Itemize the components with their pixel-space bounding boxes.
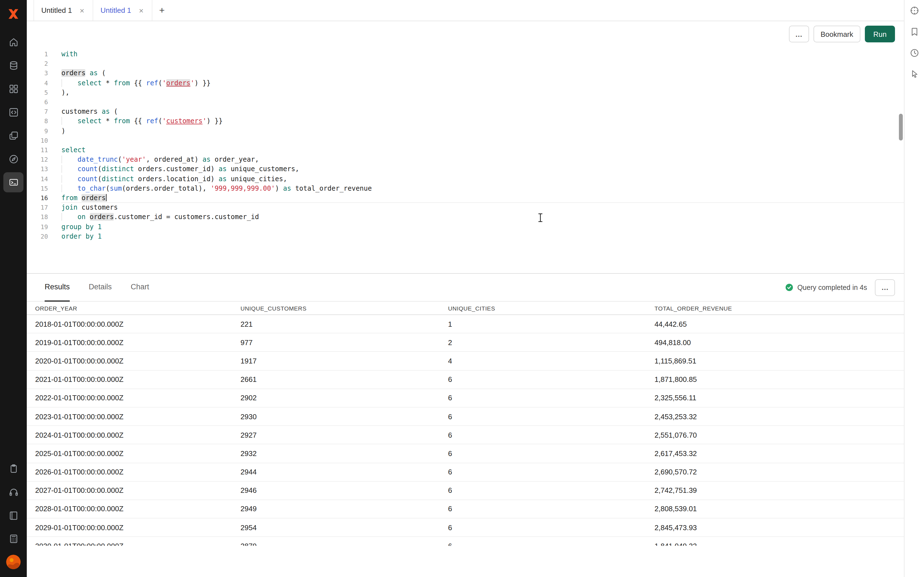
code-line[interactable]: 2 [27, 59, 904, 69]
line-number: 3 [27, 69, 48, 78]
results-more-button[interactable]: … [875, 279, 895, 296]
code-line[interactable]: 9) [27, 126, 904, 136]
table-cell: 1,871,800.85 [646, 375, 904, 384]
editor-tab[interactable]: Untitled 1× [34, 0, 93, 21]
code-line[interactable]: 7customers as ( [27, 107, 904, 116]
table-cell: 2932 [232, 449, 440, 458]
code-line[interactable]: 16from orders [27, 193, 904, 203]
more-actions-button[interactable]: … [789, 26, 809, 42]
bookmark-icon[interactable] [907, 24, 921, 39]
line-number: 15 [27, 184, 48, 193]
left-sidebar [0, 0, 27, 577]
code-line[interactable]: 11select [27, 145, 904, 155]
table-row[interactable]: 2027-01-01T00:00:00.000Z294662,742,751.3… [27, 481, 904, 500]
code-line[interactable]: 12 date_trunc('year', ordered_at) as ord… [27, 155, 904, 164]
results-table-body: 2018-01-01T00:00:00.000Z221144,442.65201… [27, 315, 904, 546]
table-cell: 1917 [232, 357, 440, 365]
database-icon[interactable] [3, 55, 23, 75]
table-row[interactable]: 2024-01-01T00:00:00.000Z292762,551,076.7… [27, 426, 904, 444]
code-line-content: select * from {{ ref('orders') }} [61, 78, 904, 88]
app-logo[interactable] [4, 5, 23, 23]
editor-scrollbar-thumb[interactable] [899, 114, 903, 140]
tab-close-icon[interactable]: × [79, 5, 86, 15]
calculator-icon[interactable] [3, 529, 23, 548]
code-line[interactable]: 4 select * from {{ ref('orders') }} [27, 78, 904, 88]
table-row[interactable]: 2021-01-01T00:00:00.000Z266161,871,800.8… [27, 371, 904, 389]
code-line[interactable]: 14 count(distinct orders.location_id) as… [27, 174, 904, 184]
code-line[interactable]: 3orders as ( [27, 69, 904, 78]
clipboard-icon[interactable] [3, 458, 23, 478]
table-row[interactable]: 2019-01-01T00:00:00.000Z9772494,818.00 [27, 334, 904, 352]
code-line[interactable]: 10 [27, 136, 904, 145]
apps-grid-icon[interactable] [3, 79, 23, 99]
line-number: 8 [27, 117, 48, 126]
table-row[interactable]: 2023-01-01T00:00:00.000Z293062,453,253.3… [27, 408, 904, 426]
bookmark-button[interactable]: Bookmark [813, 26, 860, 42]
code-line[interactable]: 17join customers [27, 203, 904, 213]
table-row[interactable]: 2020-01-01T00:00:00.000Z191741,115,869.5… [27, 352, 904, 371]
editor-tab[interactable]: Untitled 1× [93, 0, 152, 21]
table-row[interactable]: 2022-01-01T00:00:00.000Z290262,325,556.1… [27, 389, 904, 408]
code-line-content: date_trunc('year', ordered_at) as order_… [61, 155, 904, 164]
table-cell: 6 [440, 468, 646, 476]
code-line-content: ) [61, 126, 904, 136]
code-line[interactable]: 8 select * from {{ ref('customers') }} [27, 117, 904, 126]
code-line-content: count(distinct orders.customer_id) as un… [61, 165, 904, 174]
notebook-icon[interactable] [3, 505, 23, 525]
results-tabs: ResultsDetailsChart [45, 274, 168, 301]
table-row[interactable]: 2026-01-01T00:00:00.000Z294462,690,570.7… [27, 463, 904, 481]
table-row[interactable]: 2018-01-01T00:00:00.000Z221144,442.65 [27, 315, 904, 334]
code-line-content: group by 1 [61, 222, 904, 232]
table-row[interactable]: 2028-01-01T00:00:00.000Z294962,808,539.0… [27, 500, 904, 519]
column-header: TOTAL_ORDER_REVENUE [646, 305, 904, 311]
tab-close-icon[interactable]: × [138, 5, 144, 15]
code-icon[interactable] [3, 102, 23, 122]
table-row[interactable]: 2025-01-01T00:00:00.000Z293262,617,453.3… [27, 445, 904, 463]
code-line[interactable]: 19group by 1 [27, 222, 904, 232]
table-cell: 2,808,539.01 [646, 505, 904, 513]
query-status-text: Query completed in 4s [797, 284, 867, 291]
tab-bar: Untitled 1×Untitled 1× + [27, 0, 904, 21]
results-tab-details[interactable]: Details [89, 274, 112, 301]
user-avatar[interactable] [6, 555, 21, 569]
code-line[interactable]: 15 to_char(sum(orders.order_total), '999… [27, 184, 904, 193]
code-line-content [61, 136, 904, 145]
code-line[interactable]: 6 [27, 98, 904, 107]
line-number: 17 [27, 203, 48, 213]
table-cell: 44,442.65 [646, 320, 904, 328]
code-line[interactable]: 18 on orders.customer_id = customers.cus… [27, 213, 904, 222]
compass-icon[interactable] [3, 149, 23, 169]
support-icon[interactable] [3, 482, 23, 502]
code-line[interactable]: 5), [27, 88, 904, 98]
table-cell: 2,690,570.72 [646, 468, 904, 476]
code-line-content: count(distinct orders.location_id) as un… [61, 174, 904, 184]
tab-strip: Untitled 1×Untitled 1× [34, 0, 152, 21]
code-line-content: join customers [61, 203, 904, 213]
windows-icon[interactable] [3, 126, 23, 145]
table-cell: 6 [440, 375, 646, 384]
text-caret [106, 194, 107, 201]
table-row[interactable]: 2030-01-01T00:00:00.000Z287961,841,049.3… [27, 537, 904, 546]
explore-compass-icon[interactable] [907, 3, 921, 18]
home-icon[interactable] [3, 32, 23, 52]
code-lines: 1with23orders as (4 select * from {{ ref… [27, 50, 904, 242]
line-number: 7 [27, 107, 48, 116]
pointer-icon[interactable] [907, 67, 921, 81]
code-line[interactable]: 13 count(distinct orders.customer_id) as… [27, 165, 904, 174]
code-line-content: orders as ( [61, 69, 904, 78]
line-number: 13 [27, 165, 48, 174]
table-row[interactable]: 2029-01-01T00:00:00.000Z295462,845,473.9… [27, 519, 904, 537]
new-tab-button[interactable]: + [152, 0, 171, 21]
sql-editor[interactable]: 1with23orders as (4 select * from {{ ref… [27, 47, 904, 273]
results-table-header: ORDER_YEARUNIQUE_CUSTOMERSUNIQUE_CITIEST… [27, 301, 904, 315]
run-button[interactable]: Run [865, 26, 895, 42]
results-tab-results[interactable]: Results [45, 274, 70, 301]
code-line-content: ), [61, 88, 904, 98]
code-line[interactable]: 1with [27, 50, 904, 59]
line-number: 14 [27, 174, 48, 184]
code-line[interactable]: 20order by 1 [27, 232, 904, 242]
table-cell: 2029-01-01T00:00:00.000Z [27, 523, 232, 532]
terminal-icon[interactable] [3, 172, 23, 192]
history-icon[interactable] [907, 46, 921, 60]
results-tab-chart[interactable]: Chart [131, 274, 149, 301]
